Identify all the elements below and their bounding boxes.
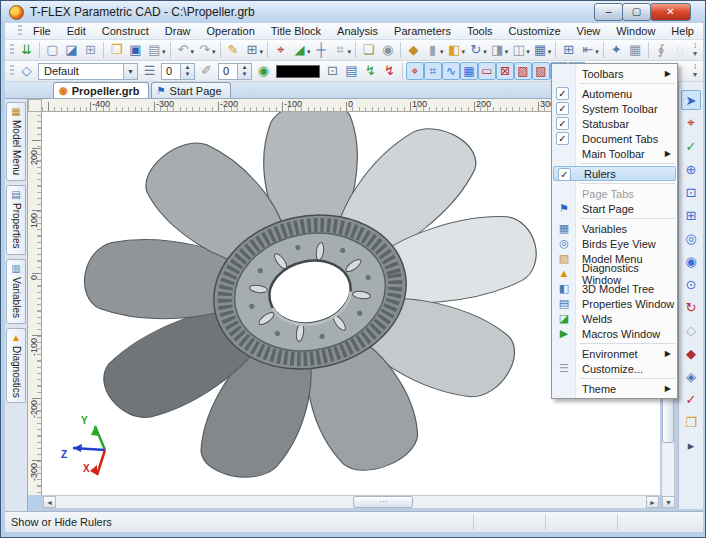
extrusion-icon[interactable]: ◧	[445, 41, 464, 59]
menu-title-block[interactable]: Title Block	[263, 24, 329, 38]
toolbar-grip[interactable]	[10, 44, 14, 56]
scroll-down-icon[interactable]: ▼	[662, 496, 675, 508]
menu-file[interactable]: File	[25, 24, 59, 38]
priority-pen-icon[interactable]: ✐	[197, 62, 216, 80]
zoom-fit-icon[interactable]: ⊞	[681, 205, 701, 225]
toolbar-overflow-button[interactable]: ⁞▾	[689, 63, 701, 79]
spinner-arrows-icon[interactable]: ▲▼	[237, 64, 251, 79]
document-tab-propeller-grb[interactable]: ◉Propeller.grb	[53, 82, 149, 98]
render-check-icon[interactable]: ✓	[681, 389, 701, 409]
rotate-view-icon[interactable]: ↻	[681, 297, 701, 317]
menu-item-3d-model-tree[interactable]: ◧3D Model Tree	[552, 281, 677, 296]
line-style-list-icon[interactable]: ▤	[342, 62, 361, 80]
dimension-icon[interactable]: ⇤	[578, 41, 597, 59]
expand-more-icon[interactable]: ▸	[681, 435, 701, 455]
new-3d-model-icon[interactable]: ◪	[62, 41, 81, 59]
menu-customize[interactable]: Customize	[501, 24, 569, 38]
layers-icon[interactable]: ☰	[140, 62, 159, 80]
menu-item-customize-[interactable]: ☰Customize...	[552, 361, 677, 376]
zoom-window-icon[interactable]: ⊡	[681, 182, 701, 202]
zoom-page-icon[interactable]: ◎	[681, 228, 701, 248]
filter-points-icon[interactable]: ⌖	[406, 62, 424, 80]
menu-item-variables[interactable]: ▦Variables	[552, 221, 677, 236]
spinner-arrows-icon[interactable]: ▲▼	[180, 64, 194, 79]
show-construction-icon[interactable]: ↯	[361, 62, 380, 80]
menu-construct[interactable]: Construct	[94, 24, 157, 38]
combo-dropdown-icon[interactable]: ▼	[123, 64, 137, 79]
filter-edges-icon[interactable]: ▨	[532, 62, 550, 80]
toolbar-grip[interactable]	[10, 65, 14, 77]
boolean-icon[interactable]: ▦	[531, 41, 550, 59]
check-model-cube-icon[interactable]: ◆	[681, 343, 701, 363]
primitive-icon[interactable]: ◆	[404, 41, 423, 59]
menu-parameters[interactable]: Parameters	[386, 24, 459, 38]
sidebar-tab-properties[interactable]: ▤Properties	[6, 185, 26, 255]
new-from-template-icon[interactable]: ⊞	[81, 41, 100, 59]
scene-cube-icon[interactable]: ◇	[17, 62, 36, 80]
menu-item-macros-window[interactable]: ▶Macros Window	[552, 326, 677, 341]
menu-item-automenu[interactable]: ✓Automenu	[552, 86, 677, 101]
menu-item-birds-eye-view[interactable]: ◎Birds Eye View	[552, 236, 677, 251]
menu-item-statusbar[interactable]: ✓Statusbar	[552, 116, 677, 131]
menu-tools[interactable]: Tools	[459, 24, 501, 38]
menu-help[interactable]: Help	[663, 24, 702, 38]
filter-profiles-icon[interactable]: ▭	[478, 62, 496, 80]
menu-item-properties-window[interactable]: ▤Properties Window	[552, 296, 677, 311]
edit-drawing-icon[interactable]: ✎	[224, 41, 243, 59]
axes-icon[interactable]: ┼	[312, 41, 331, 59]
grid-icon[interactable]: ⊞	[243, 41, 262, 59]
menu-item-rulers[interactable]: ✓Rulers	[553, 166, 676, 181]
rotation-icon[interactable]: ↻	[466, 41, 485, 59]
layer-spinner[interactable]: 0▲▼	[161, 63, 195, 80]
sidebar-tab-diagnostics[interactable]: ▲Diagnostics	[6, 328, 26, 404]
new-document-icon[interactable]: ▢	[43, 41, 62, 59]
workplane-icon[interactable]: ⌖	[271, 41, 290, 59]
horizontal-scroll-thumb[interactable]: ⋯	[353, 496, 413, 508]
toolbar-grip[interactable]	[18, 25, 22, 37]
vertical-ruler[interactable]: 2001000-100-200-300	[28, 112, 42, 495]
search-circle-icon[interactable]: ◉	[378, 41, 397, 59]
sidebar-tab-model-menu[interactable]: ▦Model Menu	[6, 102, 26, 181]
scroll-right-icon[interactable]: ►	[646, 496, 659, 508]
hatch-icon[interactable]: ⌗	[331, 41, 350, 59]
open-scene-folder-icon[interactable]: ❐	[681, 412, 701, 432]
document-tab-start-page[interactable]: ⚑Start Page	[151, 82, 231, 98]
horizontal-scrollbar[interactable]: ◄ ⋯ ►	[42, 495, 660, 509]
menu-item-document-tabs[interactable]: ✓Document Tabs	[552, 131, 677, 146]
select-tool-icon[interactable]: ➤	[681, 90, 701, 110]
undo-icon[interactable]: ↶	[174, 41, 193, 59]
menu-item-main-toolbar[interactable]: Main Toolbar▶	[552, 146, 677, 161]
save-document-icon[interactable]: ▣	[126, 41, 145, 59]
menu-item-diagnostics-window[interactable]: ▲Diagnostics Window	[552, 266, 677, 281]
pattern-icon[interactable]: ⊞	[559, 41, 578, 59]
menu-item-start-page[interactable]: ⚑Start Page	[552, 201, 677, 216]
collapse-toolbars-icon[interactable]: ⇊	[17, 41, 36, 59]
tools-icon[interactable]: ✦	[607, 41, 626, 59]
close-button[interactable]: ✕	[650, 3, 691, 21]
minimize-button[interactable]: –	[594, 3, 623, 21]
filter-nodes-icon[interactable]: ⌗	[424, 62, 442, 80]
open-document-icon[interactable]: ❐	[107, 41, 126, 59]
hole-icon[interactable]: ◫	[509, 41, 528, 59]
filter-faces-icon[interactable]: ▧	[514, 62, 532, 80]
filter-sheets-icon[interactable]: ▦	[460, 62, 478, 80]
copy-icon[interactable]: ❏	[359, 41, 378, 59]
menu-item-welds[interactable]: ◪Welds	[552, 311, 677, 326]
apply-snap-icon[interactable]: ✓	[681, 136, 701, 156]
priority-spinner[interactable]: 0▲▼	[218, 63, 252, 80]
palette-icon[interactable]: ◉	[254, 62, 273, 80]
sidebar-tab-variables[interactable]: ▥Variables	[6, 259, 26, 324]
menu-edit[interactable]: Edit	[59, 24, 94, 38]
spline-icon[interactable]: ◢	[290, 41, 309, 59]
zoom-previous-icon[interactable]: ◉	[681, 251, 701, 271]
zoom-selection-icon[interactable]: ⊙	[681, 274, 701, 294]
menu-view[interactable]: View	[569, 24, 609, 38]
redo-icon[interactable]: ↷	[195, 41, 214, 59]
lamp-icon[interactable]: ◌	[671, 41, 690, 59]
filter-solids-icon[interactable]: ⊠	[496, 62, 514, 80]
scroll-left-icon[interactable]: ◄	[43, 496, 56, 508]
shaded-cube-icon[interactable]: ◈	[681, 366, 701, 386]
zoom-in-icon[interactable]: ⊕	[681, 159, 701, 179]
menu-item-toolbars[interactable]: Toolbars▶	[552, 66, 677, 81]
menu-item-system-toolbar[interactable]: ✓System Toolbar	[552, 101, 677, 116]
